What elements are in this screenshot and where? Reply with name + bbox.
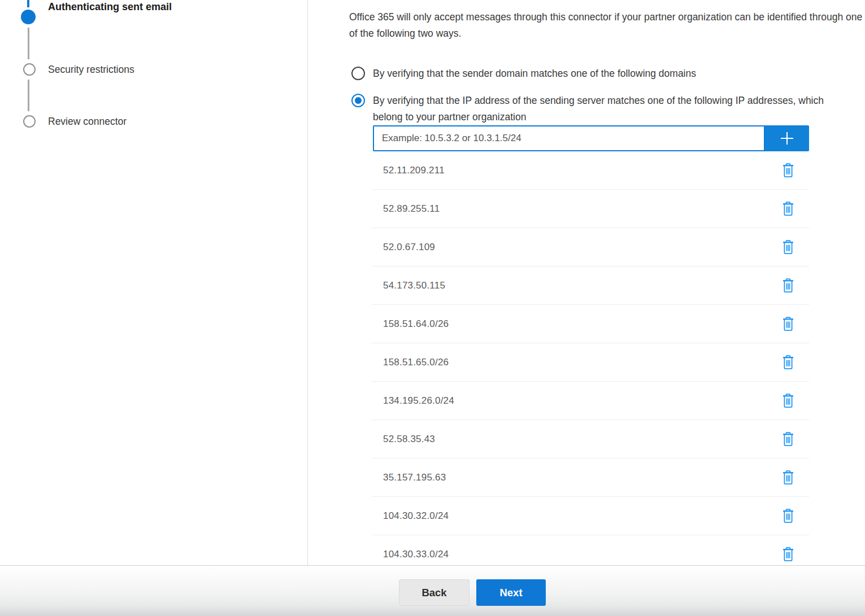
- ip-list-row: 104.30.32.0/24: [372, 497, 809, 535]
- add-icon: [778, 129, 796, 147]
- trash-icon: [782, 202, 794, 216]
- trash-icon: [782, 240, 794, 255]
- ip-list-row: 52.0.67.109: [372, 228, 809, 267]
- trash-icon: [782, 432, 794, 447]
- trash-icon: [782, 509, 794, 523]
- step-circle-icon: [23, 115, 36, 128]
- delete-ip-button[interactable]: [781, 239, 796, 256]
- trash-icon: [782, 317, 794, 331]
- ip-list-row: 52.58.35.43: [372, 420, 809, 458]
- trash-icon: [782, 163, 794, 178]
- option-sender-domain[interactable]: By verifying that the sender domain matc…: [351, 65, 696, 82]
- delete-ip-button[interactable]: [781, 431, 796, 448]
- ip-value: 52.0.67.109: [383, 242, 435, 253]
- delete-ip-button[interactable]: [781, 469, 796, 486]
- trash-icon: [782, 394, 794, 408]
- next-button[interactable]: Next: [476, 579, 546, 606]
- ip-value: 52.89.255.11: [383, 203, 440, 215]
- step-connector-line: [28, 80, 29, 111]
- ip-list-row: 35.157.195.63: [372, 458, 809, 497]
- step-connector-line: [28, 28, 29, 59]
- radio-selected-icon[interactable]: [351, 94, 365, 107]
- delete-ip-button[interactable]: [781, 508, 796, 525]
- ip-value: 104.30.33.0/24: [383, 549, 449, 560]
- wizard-step-review-connector: Review connector: [48, 115, 127, 128]
- intro-text: Office 365 will only accept messages thr…: [349, 9, 865, 41]
- wizard-step-security-restrictions: Security restrictions: [48, 63, 134, 76]
- ip-value: 52.11.209.211: [383, 165, 445, 176]
- delete-ip-button[interactable]: [781, 392, 796, 409]
- add-ip-button[interactable]: [765, 125, 809, 151]
- ip-value: 52.58.35.43: [383, 434, 435, 445]
- option-ip-address-label: By verifying that the IP address of the …: [373, 93, 836, 125]
- delete-ip-button[interactable]: [781, 162, 796, 179]
- ip-address-input[interactable]: [373, 125, 765, 151]
- trash-icon: [782, 470, 794, 485]
- trash-icon: [782, 547, 794, 562]
- connector-wizard-page: Authenticating sent email Security restr…: [0, 0, 865, 616]
- step-active-dot-icon: [21, 10, 36, 24]
- ip-list-row: 52.11.209.211: [372, 151, 809, 190]
- back-button[interactable]: Back: [399, 579, 470, 606]
- ip-list-row: 158.51.65.0/26: [372, 343, 809, 382]
- delete-ip-button[interactable]: [781, 316, 796, 333]
- ip-list-row: 158.51.64.0/26: [372, 305, 809, 343]
- ip-value: 104.30.32.0/24: [383, 510, 449, 522]
- step-connector-completed: [27, 0, 29, 7]
- ip-value: 134.195.26.0/24: [383, 395, 454, 407]
- ip-list-row: 104.30.33.0/24: [372, 535, 809, 565]
- wizard-steps-panel: Authenticating sent email Security restr…: [0, 0, 308, 565]
- option-ip-address[interactable]: By verifying that the IP address of the …: [351, 93, 836, 125]
- delete-ip-button[interactable]: [781, 200, 796, 217]
- trash-icon: [782, 355, 794, 370]
- ip-value: 158.51.64.0/26: [383, 318, 449, 330]
- wizard-step-authenticating-sent-email: Authenticating sent email: [48, 0, 172, 14]
- ip-value: 158.51.65.0/26: [383, 357, 449, 368]
- trash-icon: [782, 278, 794, 293]
- ip-list: 52.11.209.211 52.89.255.11: [372, 151, 809, 565]
- step-circle-icon: [23, 63, 36, 76]
- option-sender-domain-label: By verifying that the sender domain matc…: [373, 65, 696, 82]
- delete-ip-button[interactable]: [781, 277, 796, 294]
- radio-unselected-icon[interactable]: [351, 67, 365, 80]
- ip-value: 54.173.50.115: [383, 280, 445, 291]
- delete-ip-button[interactable]: [781, 354, 796, 371]
- ip-list-row: 134.195.26.0/24: [372, 382, 809, 420]
- ip-list-row: 54.173.50.115: [372, 267, 809, 305]
- ip-value: 35.157.195.63: [383, 472, 446, 483]
- wizard-footer: Back Next: [0, 565, 865, 616]
- delete-ip-button[interactable]: [781, 546, 796, 563]
- ip-list-row: 52.89.255.11: [372, 190, 809, 228]
